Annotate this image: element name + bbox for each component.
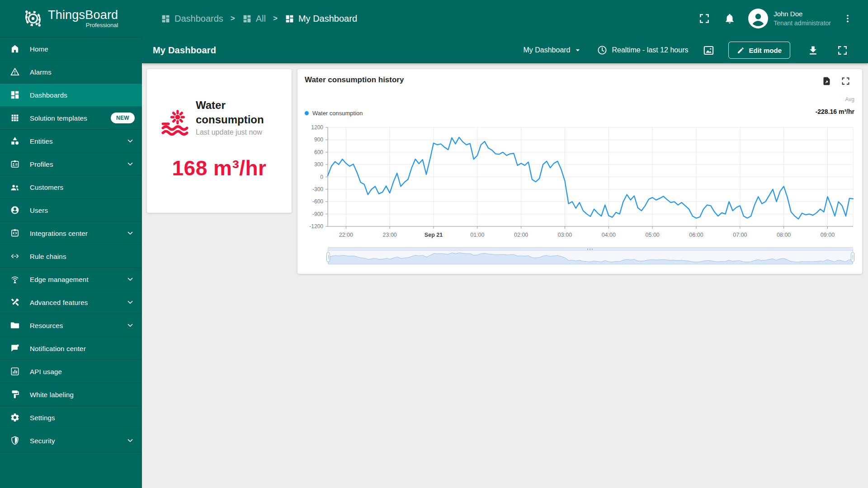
user-name: John Doe bbox=[774, 9, 831, 19]
value-card-value: 168 m³/hr bbox=[147, 156, 292, 180]
breadcrumb-item-dashboards[interactable]: Dashboards bbox=[161, 14, 223, 24]
edge-icon bbox=[10, 274, 20, 284]
timewindow-button[interactable]: Realtime - last 12 hours bbox=[597, 45, 689, 56]
widget-fullscreen-icon[interactable] bbox=[841, 76, 850, 86]
water-consumption-card[interactable]: Water consumption Last update just now 1… bbox=[147, 69, 292, 213]
legend-item[interactable]: Water consumption bbox=[305, 110, 363, 117]
notification-icon bbox=[10, 343, 20, 353]
svg-text:01:00: 01:00 bbox=[470, 232, 484, 238]
svg-text:23:00: 23:00 bbox=[383, 232, 397, 238]
sidebar-item-label: API usage bbox=[30, 368, 62, 375]
rule-chains-icon bbox=[10, 251, 20, 261]
export-file-icon[interactable] bbox=[822, 76, 831, 86]
sidebar-item-security[interactable]: Security bbox=[0, 429, 142, 452]
kebab-menu-icon[interactable] bbox=[843, 13, 853, 24]
breadcrumb-label: Dashboards bbox=[175, 14, 223, 24]
sidebar-item-rule-chains[interactable]: Rule chains bbox=[0, 245, 142, 268]
pencil-icon bbox=[737, 47, 745, 54]
chart-widget-title: Water consumption history bbox=[305, 75, 404, 84]
sidebar-item-entities[interactable]: Entities bbox=[0, 130, 142, 153]
chevron-down-icon bbox=[126, 321, 135, 330]
sidebar-item-label: Rule chains bbox=[30, 253, 66, 260]
dashboards-icon bbox=[242, 14, 252, 23]
dashboard-state-select[interactable]: My Dashboard bbox=[523, 46, 582, 55]
agg-value: -228.16 m³/hr bbox=[816, 108, 854, 115]
sidebar-item-resources[interactable]: Resources bbox=[0, 314, 142, 337]
dashboards-icon bbox=[161, 14, 170, 23]
sidebar-item-edge-management[interactable]: Edge management bbox=[0, 268, 142, 291]
chevron-down-icon bbox=[126, 229, 135, 238]
sidebar-item-home[interactable]: Home bbox=[0, 38, 142, 61]
breadcrumb-item-all[interactable]: All bbox=[242, 14, 266, 24]
entities-icon bbox=[10, 136, 20, 146]
range-minimap-svg bbox=[328, 251, 853, 264]
sidebar-item-white-labeling[interactable]: White labeling bbox=[0, 383, 142, 406]
sidebar-item-users[interactable]: Users bbox=[0, 199, 142, 222]
chevron-down-icon bbox=[126, 298, 135, 307]
shield-icon bbox=[10, 436, 20, 446]
thingsboard-logo-icon bbox=[23, 8, 43, 29]
svg-text:-600: -600 bbox=[312, 198, 323, 205]
minimap-left-handle[interactable] bbox=[326, 252, 330, 262]
top-header: ThingsBoard Professional Dashboards>All>… bbox=[0, 0, 868, 37]
value-card-subtitle: Last update just now bbox=[196, 128, 286, 136]
sidebar-item-label: Security bbox=[30, 437, 55, 445]
chevron-down-icon bbox=[126, 275, 135, 284]
sidebar-item-api-usage[interactable]: API usage bbox=[0, 360, 142, 383]
sidebar-item-profiles[interactable]: Profiles bbox=[0, 153, 142, 176]
svg-text:08:00: 08:00 bbox=[777, 232, 791, 238]
sidebar-item-label: Notification center bbox=[30, 345, 86, 352]
dashboard-image-icon[interactable] bbox=[703, 44, 715, 56]
edit-mode-button[interactable]: Edit mode bbox=[728, 42, 790, 59]
range-selector-minimap[interactable] bbox=[328, 247, 853, 264]
sidebar-item-label: Entities bbox=[30, 137, 53, 145]
customers-icon bbox=[10, 182, 20, 192]
dashboard-fullscreen-icon[interactable] bbox=[837, 45, 848, 56]
minimap-right-handle[interactable] bbox=[851, 252, 854, 262]
agg-label: Avg bbox=[845, 96, 854, 103]
sidebar-item-integrations-center[interactable]: Integrations center bbox=[0, 222, 142, 245]
breadcrumb-label: All bbox=[256, 14, 266, 24]
timewindow-label: Realtime - last 12 hours bbox=[612, 46, 689, 54]
avatar[interactable] bbox=[748, 9, 768, 28]
breadcrumb-label: My Dashboard bbox=[298, 14, 357, 24]
sidebar-item-label: Users bbox=[30, 206, 48, 214]
legend-dot bbox=[305, 111, 309, 115]
svg-text:22:00: 22:00 bbox=[339, 232, 353, 238]
caret-down-icon bbox=[573, 46, 582, 55]
sidebar-item-customers[interactable]: Customers bbox=[0, 176, 142, 199]
bell-icon[interactable] bbox=[724, 13, 736, 24]
svg-text:Sep 21: Sep 21 bbox=[425, 232, 443, 238]
folder-icon bbox=[10, 320, 20, 330]
app-name: ThingsBoard bbox=[48, 9, 118, 21]
svg-text:300: 300 bbox=[314, 161, 323, 168]
svg-text:-300: -300 bbox=[312, 186, 323, 192]
new-badge: NEW bbox=[111, 113, 135, 123]
minimap-drag-strip[interactable] bbox=[328, 248, 853, 251]
gear-icon bbox=[10, 413, 20, 422]
breadcrumb-item-my-dashboard[interactable]: My Dashboard bbox=[285, 14, 357, 24]
fullscreen-icon[interactable] bbox=[698, 13, 710, 24]
sidebar-item-solution-templates[interactable]: Solution templatesNEW bbox=[0, 107, 142, 130]
dashboard-content: Water consumption Last update just now 1… bbox=[142, 63, 868, 488]
sidebar-item-label: Settings bbox=[30, 414, 55, 422]
breadcrumb-separator: > bbox=[273, 14, 278, 23]
svg-text:600: 600 bbox=[314, 149, 323, 155]
minimap-grip-icon bbox=[587, 249, 594, 250]
history-chart-svg[interactable]: 12009006003000-300-600-900-120022:0023:0… bbox=[297, 122, 862, 243]
sidebar-item-label: Advanced features bbox=[30, 299, 88, 306]
chevron-down-icon bbox=[126, 136, 135, 145]
download-icon[interactable] bbox=[807, 45, 819, 56]
sidebar-item-label: Dashboards bbox=[30, 91, 67, 99]
user-role: Tenant administrator bbox=[774, 19, 831, 28]
svg-text:-1200: -1200 bbox=[309, 223, 323, 230]
user-info[interactable]: John Doe Tenant administrator bbox=[774, 9, 831, 28]
sidebar-item-dashboards[interactable]: Dashboards bbox=[0, 84, 142, 107]
value-card-title: Water consumption bbox=[196, 98, 286, 127]
sidebar-item-notification-center[interactable]: Notification center bbox=[0, 337, 142, 360]
sidebar-item-alarms[interactable]: Alarms bbox=[0, 61, 142, 84]
logo[interactable]: ThingsBoard Professional bbox=[0, 0, 142, 37]
sidebar-item-settings[interactable]: Settings bbox=[0, 406, 142, 429]
sidebar-item-advanced-features[interactable]: Advanced features bbox=[0, 291, 142, 314]
sidebar-nav: HomeAlarmsDashboardsSolution templatesNE… bbox=[0, 37, 142, 488]
